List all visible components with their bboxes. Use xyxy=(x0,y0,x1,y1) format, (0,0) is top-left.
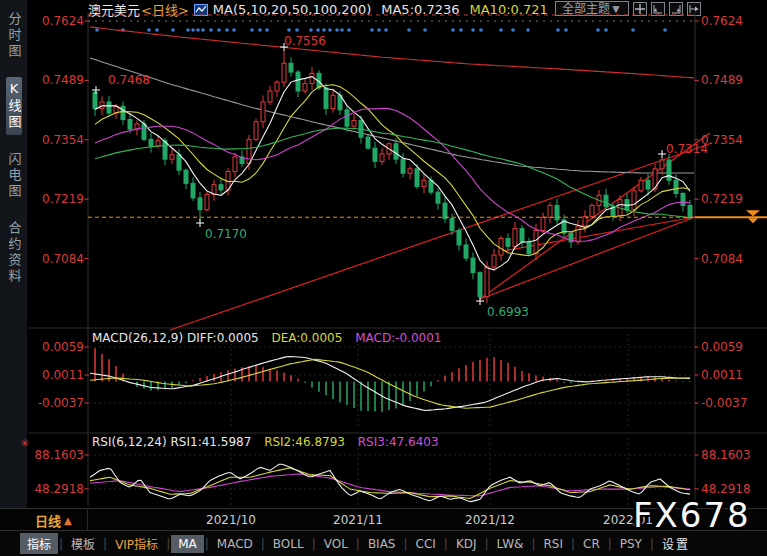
axis-label: 48.2918 xyxy=(701,482,751,496)
price-annotation: 0.7170 xyxy=(205,227,247,241)
macd-title: MACD(26,12,9) DIFF:0.0005 xyxy=(92,331,259,345)
rsi2-value: RSI2:46.8793 xyxy=(264,435,345,449)
candle-up xyxy=(100,102,104,109)
toolbar-item-kdj[interactable]: KDJ xyxy=(449,535,484,553)
event-dot xyxy=(556,28,560,32)
candle-down xyxy=(646,180,650,189)
event-dot xyxy=(526,28,530,32)
alert-star-icon: ✳ xyxy=(20,437,29,450)
candle-up xyxy=(583,216,587,226)
candle-down xyxy=(324,88,328,109)
ma100-line xyxy=(90,27,694,78)
toolbar-item-settings[interactable]: 设置 xyxy=(655,533,697,554)
toolbar-item-vol[interactable]: VOL xyxy=(317,535,355,553)
candle-down xyxy=(373,148,377,161)
candle-down xyxy=(667,160,671,180)
candle-down xyxy=(107,102,111,113)
trendline xyxy=(480,217,695,299)
period-up-arrow-icon: ▲ xyxy=(64,515,72,526)
candle-down xyxy=(93,92,97,108)
event-dot xyxy=(596,28,600,32)
axis-label: -0.0037 xyxy=(38,396,84,410)
toolbar-item-cr[interactable]: CR xyxy=(576,535,607,553)
candle-down xyxy=(177,155,181,170)
axis-label: 0.7489 xyxy=(701,73,743,87)
candle-up xyxy=(499,238,503,255)
toolbar-separator: | xyxy=(356,537,360,551)
event-dot xyxy=(265,28,269,32)
axis-label: 0.0059 xyxy=(701,340,743,354)
event-dot xyxy=(196,28,200,32)
candle-down xyxy=(191,183,195,198)
toolbar-separator: | xyxy=(59,537,63,551)
candle-down xyxy=(604,195,608,206)
candle-up xyxy=(590,205,594,216)
event-dot xyxy=(459,28,463,32)
toolbar-item-templates[interactable]: 模板 xyxy=(64,533,102,554)
candle-down xyxy=(506,238,510,246)
candle-up xyxy=(254,122,258,140)
candle-down xyxy=(450,219,454,231)
candle-up xyxy=(205,194,209,209)
toolbar-item-lwr[interactable]: LW& xyxy=(490,535,531,553)
candle-down xyxy=(149,139,153,146)
toolbar-item-boll[interactable]: BOLL xyxy=(266,535,311,553)
macd-dea-value: DEA:0.0005 xyxy=(271,331,342,345)
candle-down xyxy=(128,120,132,130)
candle-down xyxy=(520,229,524,242)
candle-up xyxy=(632,191,636,210)
period-selector[interactable]: 日线 ▲ xyxy=(28,509,88,531)
toolbar-separator: | xyxy=(608,537,612,551)
fx678-watermark: FX678 xyxy=(633,495,751,535)
toolbar-separator: | xyxy=(444,537,448,551)
toolbar-separator: | xyxy=(205,537,209,551)
toolbar-item-rsi[interactable]: RSI xyxy=(536,535,570,553)
axis-label: 0.7354 xyxy=(42,133,84,147)
trading-app-window: 分时图K线图闪电图合约资料 澳元美元 <日线> MA(5,10,20,50,10… xyxy=(0,0,767,556)
axis-label: 0.0011 xyxy=(701,368,743,382)
event-dot xyxy=(564,28,568,32)
rsi-panel-header: RSI(6,12,24) RSI1:41.5987 RSI2:46.8793 R… xyxy=(92,435,439,449)
candle-up xyxy=(513,229,517,247)
event-dot xyxy=(258,28,262,32)
event-dot xyxy=(295,28,299,32)
candle-up xyxy=(660,160,664,169)
candle-down xyxy=(401,159,405,173)
toolbar-separator: | xyxy=(404,537,408,551)
event-dot xyxy=(499,28,503,32)
macd-layer xyxy=(90,348,690,412)
rsi-title: RSI(6,12,24) RSI1:41.5987 xyxy=(92,435,251,449)
candle-up xyxy=(492,255,496,267)
macd-panel-header: MACD(26,12,9) DIFF:0.0005 DEA:0.0005 MAC… xyxy=(92,331,442,345)
event-dot xyxy=(340,28,344,32)
price-annotation: 0.7468 xyxy=(108,73,150,87)
candle-down xyxy=(674,180,678,193)
event-dot xyxy=(155,28,159,32)
toolbar-item-ma[interactable]: MA xyxy=(171,535,204,553)
candle-up xyxy=(282,63,286,82)
candle-down xyxy=(688,205,692,217)
candle-down xyxy=(478,273,482,297)
toolbar-item-vip-indicators[interactable]: VIP指标 xyxy=(108,533,165,554)
period-selector-label: 日线 xyxy=(35,511,61,530)
toolbar-item-bias[interactable]: BIAS xyxy=(361,535,403,553)
toolbar-item-indicators[interactable]: 指标 xyxy=(20,533,58,554)
candle-up xyxy=(576,226,580,242)
event-dot xyxy=(511,28,515,32)
toolbar-item-cci[interactable]: CCI xyxy=(409,535,443,553)
x-axis-label: 2021/10 xyxy=(206,513,256,527)
event-dot xyxy=(471,28,475,32)
trendline xyxy=(170,143,712,330)
candle-up xyxy=(233,157,237,172)
axis-label: -0.0037 xyxy=(701,396,747,410)
candle-up xyxy=(261,102,265,122)
axis-label: 0.7084 xyxy=(701,252,743,266)
chart-canvas[interactable]: 0.74680.75560.71700.69930.7314✳0.76240.7… xyxy=(0,0,767,556)
event-dot xyxy=(309,28,313,32)
toolbar-item-macd[interactable]: MACD xyxy=(210,535,260,553)
candle-down xyxy=(457,230,461,245)
candle-down xyxy=(121,106,125,119)
toolbar-item-psy[interactable]: PSY xyxy=(613,535,649,553)
event-dot xyxy=(287,28,291,32)
candle-up xyxy=(310,73,314,83)
